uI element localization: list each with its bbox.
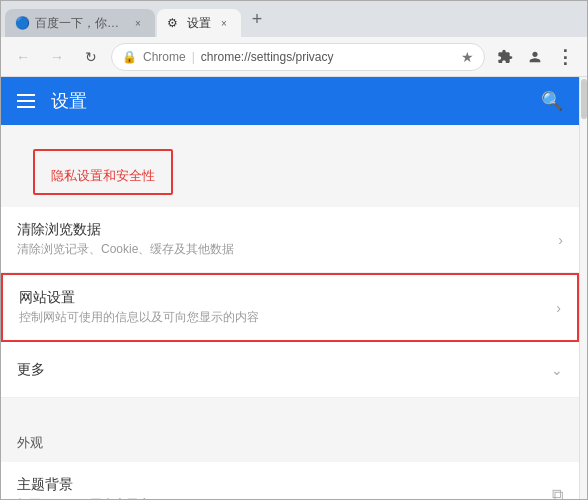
more-text: 更多	[17, 361, 551, 379]
toolbar-icons: ⋮	[491, 43, 579, 71]
section-divider	[1, 402, 579, 422]
account-icon[interactable]	[521, 43, 549, 71]
new-tab-button[interactable]: +	[243, 5, 271, 33]
settings-header: 设置 🔍	[1, 77, 579, 125]
address-bar: ← → ↻ 🔒 Chrome | chrome://settings/priva…	[1, 37, 587, 77]
theme-text: 主题背景 打开 Chrome 网上应用店	[17, 476, 552, 499]
content-area: 设置 🔍 隐私设置和安全性 清除浏览数据 清除浏览记录、Cookie、缓存及其他…	[1, 77, 587, 499]
clear-browsing-item[interactable]: 清除浏览数据 清除浏览记录、Cookie、缓存及其他数据 ›	[1, 207, 579, 273]
theme-item[interactable]: 主题背景 打开 Chrome 网上应用店 ⧉	[1, 462, 579, 499]
settings-main: 设置 🔍 隐私设置和安全性 清除浏览数据 清除浏览记录、Cookie、缓存及其他…	[1, 77, 579, 499]
baidu-tab-label: 百度一下，你就知道	[35, 15, 125, 32]
clear-browsing-subtitle: 清除浏览记录、Cookie、缓存及其他数据	[17, 241, 558, 258]
omnibox-separator: |	[192, 50, 195, 64]
url-text: chrome://settings/privacy	[201, 50, 455, 64]
browser-window: 🔵 百度一下，你就知道 × ⚙ 设置 × + ← → ↻ 🔒 Chrome | …	[0, 0, 588, 500]
theme-subtitle: 打开 Chrome 网上应用店	[17, 496, 552, 499]
appearance-section-label: 外观	[1, 422, 579, 458]
back-button[interactable]: ←	[9, 43, 37, 71]
site-settings-title: 网站设置	[19, 289, 556, 307]
settings-page-title: 设置	[51, 89, 525, 113]
scrollbar-thumb[interactable]	[581, 79, 587, 119]
more-title: 更多	[17, 361, 551, 379]
settings-tab-label: 设置	[187, 15, 211, 32]
tab-settings[interactable]: ⚙ 设置 ×	[157, 9, 241, 37]
clear-browsing-title: 清除浏览数据	[17, 221, 558, 239]
reload-button[interactable]: ↻	[77, 43, 105, 71]
site-settings-subtitle: 控制网站可使用的信息以及可向您显示的内容	[19, 309, 556, 326]
hamburger-menu-button[interactable]	[17, 94, 35, 108]
bookmark-star-icon[interactable]: ★	[461, 49, 474, 65]
more-item[interactable]: 更多 ⌄	[1, 342, 579, 398]
tab-baidu[interactable]: 🔵 百度一下，你就知道 ×	[5, 9, 155, 37]
theme-external-link-icon: ⧉	[552, 486, 563, 500]
site-settings-text: 网站设置 控制网站可使用的信息以及可向您显示的内容	[19, 289, 556, 326]
forward-button[interactable]: →	[43, 43, 71, 71]
settings-body: 隐私设置和安全性 清除浏览数据 清除浏览记录、Cookie、缓存及其他数据 ›	[1, 125, 579, 499]
baidu-favicon: 🔵	[15, 16, 29, 30]
tab-bar: 🔵 百度一下，你就知道 × ⚙ 设置 × +	[1, 1, 587, 37]
clear-browsing-arrow-icon: ›	[558, 232, 563, 248]
extensions-icon[interactable]	[491, 43, 519, 71]
clear-browsing-text: 清除浏览数据 清除浏览记录、Cookie、缓存及其他数据	[17, 221, 558, 258]
menu-icon[interactable]: ⋮	[551, 43, 579, 71]
privacy-settings-list: 清除浏览数据 清除浏览记录、Cookie、缓存及其他数据 › 网站设置 控制网站…	[1, 207, 579, 398]
settings-favicon: ⚙	[167, 16, 181, 30]
omnibox[interactable]: 🔒 Chrome | chrome://settings/privacy ★	[111, 43, 485, 71]
scrollbar[interactable]	[579, 77, 587, 499]
appearance-settings-list: 主题背景 打开 Chrome 网上应用店 ⧉ 显示'主页'按钮 已停用	[1, 462, 579, 499]
site-settings-arrow-icon: ›	[556, 300, 561, 316]
more-chevron-icon: ⌄	[551, 362, 563, 378]
privacy-section-header: 隐私设置和安全性	[33, 149, 173, 195]
site-settings-item[interactable]: 网站设置 控制网站可使用的信息以及可向您显示的内容 ›	[1, 273, 579, 342]
settings-tab-close[interactable]: ×	[217, 16, 231, 30]
theme-title: 主题背景	[17, 476, 552, 494]
baidu-tab-close[interactable]: ×	[131, 16, 145, 30]
chrome-brand-label: Chrome	[143, 50, 186, 64]
settings-search-icon[interactable]: 🔍	[541, 90, 563, 112]
lock-icon: 🔒	[122, 50, 137, 64]
